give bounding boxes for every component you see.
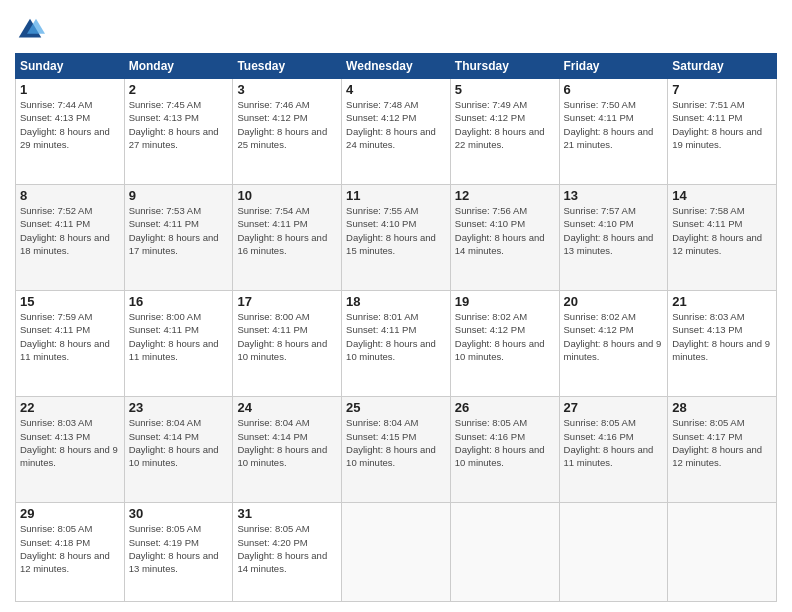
- day-number: 13: [564, 188, 664, 203]
- day-detail: Sunrise: 7:54 AMSunset: 4:11 PMDaylight:…: [237, 205, 327, 256]
- day-header-sunday: Sunday: [16, 54, 125, 79]
- day-header-tuesday: Tuesday: [233, 54, 342, 79]
- calendar-cell: 18 Sunrise: 8:01 AMSunset: 4:11 PMDaylig…: [342, 291, 451, 397]
- day-detail: Sunrise: 8:02 AMSunset: 4:12 PMDaylight:…: [455, 311, 545, 362]
- day-number: 2: [129, 82, 229, 97]
- calendar-week-2: 8 Sunrise: 7:52 AMSunset: 4:11 PMDayligh…: [16, 185, 777, 291]
- calendar-cell: 28 Sunrise: 8:05 AMSunset: 4:17 PMDaylig…: [668, 397, 777, 503]
- day-number: 7: [672, 82, 772, 97]
- day-detail: Sunrise: 7:52 AMSunset: 4:11 PMDaylight:…: [20, 205, 110, 256]
- day-detail: Sunrise: 8:00 AMSunset: 4:11 PMDaylight:…: [129, 311, 219, 362]
- day-detail: Sunrise: 7:57 AMSunset: 4:10 PMDaylight:…: [564, 205, 654, 256]
- calendar-cell: 4 Sunrise: 7:48 AMSunset: 4:12 PMDayligh…: [342, 79, 451, 185]
- day-header-thursday: Thursday: [450, 54, 559, 79]
- day-detail: Sunrise: 7:51 AMSunset: 4:11 PMDaylight:…: [672, 99, 762, 150]
- day-detail: Sunrise: 8:05 AMSunset: 4:16 PMDaylight:…: [455, 417, 545, 468]
- calendar-cell: 22 Sunrise: 8:03 AMSunset: 4:13 PMDaylig…: [16, 397, 125, 503]
- calendar-cell: 2 Sunrise: 7:45 AMSunset: 4:13 PMDayligh…: [124, 79, 233, 185]
- calendar-cell: 8 Sunrise: 7:52 AMSunset: 4:11 PMDayligh…: [16, 185, 125, 291]
- day-number: 10: [237, 188, 337, 203]
- calendar-cell: 27 Sunrise: 8:05 AMSunset: 4:16 PMDaylig…: [559, 397, 668, 503]
- day-detail: Sunrise: 8:04 AMSunset: 4:14 PMDaylight:…: [129, 417, 219, 468]
- page: SundayMondayTuesdayWednesdayThursdayFrid…: [0, 0, 792, 612]
- calendar-header-row: SundayMondayTuesdayWednesdayThursdayFrid…: [16, 54, 777, 79]
- day-number: 20: [564, 294, 664, 309]
- day-number: 16: [129, 294, 229, 309]
- calendar-cell: 25 Sunrise: 8:04 AMSunset: 4:15 PMDaylig…: [342, 397, 451, 503]
- day-detail: Sunrise: 7:59 AMSunset: 4:11 PMDaylight:…: [20, 311, 110, 362]
- day-detail: Sunrise: 8:05 AMSunset: 4:18 PMDaylight:…: [20, 523, 110, 574]
- calendar-cell: 12 Sunrise: 7:56 AMSunset: 4:10 PMDaylig…: [450, 185, 559, 291]
- day-detail: Sunrise: 8:04 AMSunset: 4:14 PMDaylight:…: [237, 417, 327, 468]
- day-number: 26: [455, 400, 555, 415]
- day-number: 25: [346, 400, 446, 415]
- calendar-cell: 26 Sunrise: 8:05 AMSunset: 4:16 PMDaylig…: [450, 397, 559, 503]
- calendar-cell: 15 Sunrise: 7:59 AMSunset: 4:11 PMDaylig…: [16, 291, 125, 397]
- day-number: 30: [129, 506, 229, 521]
- day-number: 12: [455, 188, 555, 203]
- day-detail: Sunrise: 7:46 AMSunset: 4:12 PMDaylight:…: [237, 99, 327, 150]
- day-detail: Sunrise: 8:03 AMSunset: 4:13 PMDaylight:…: [20, 417, 118, 468]
- calendar-cell: 16 Sunrise: 8:00 AMSunset: 4:11 PMDaylig…: [124, 291, 233, 397]
- day-detail: Sunrise: 7:45 AMSunset: 4:13 PMDaylight:…: [129, 99, 219, 150]
- day-number: 17: [237, 294, 337, 309]
- calendar-cell: 29 Sunrise: 8:05 AMSunset: 4:18 PMDaylig…: [16, 503, 125, 602]
- day-detail: Sunrise: 7:50 AMSunset: 4:11 PMDaylight:…: [564, 99, 654, 150]
- day-detail: Sunrise: 7:56 AMSunset: 4:10 PMDaylight:…: [455, 205, 545, 256]
- calendar-cell: [342, 503, 451, 602]
- day-number: 14: [672, 188, 772, 203]
- day-number: 27: [564, 400, 664, 415]
- calendar-week-3: 15 Sunrise: 7:59 AMSunset: 4:11 PMDaylig…: [16, 291, 777, 397]
- day-number: 4: [346, 82, 446, 97]
- logo-icon: [15, 15, 45, 45]
- day-detail: Sunrise: 8:05 AMSunset: 4:17 PMDaylight:…: [672, 417, 762, 468]
- day-detail: Sunrise: 8:04 AMSunset: 4:15 PMDaylight:…: [346, 417, 436, 468]
- calendar-cell: [450, 503, 559, 602]
- day-number: 6: [564, 82, 664, 97]
- calendar-cell: 17 Sunrise: 8:00 AMSunset: 4:11 PMDaylig…: [233, 291, 342, 397]
- day-number: 22: [20, 400, 120, 415]
- day-detail: Sunrise: 7:48 AMSunset: 4:12 PMDaylight:…: [346, 99, 436, 150]
- day-number: 1: [20, 82, 120, 97]
- day-header-wednesday: Wednesday: [342, 54, 451, 79]
- day-detail: Sunrise: 8:02 AMSunset: 4:12 PMDaylight:…: [564, 311, 662, 362]
- day-detail: Sunrise: 8:01 AMSunset: 4:11 PMDaylight:…: [346, 311, 436, 362]
- day-detail: Sunrise: 8:03 AMSunset: 4:13 PMDaylight:…: [672, 311, 770, 362]
- day-number: 15: [20, 294, 120, 309]
- day-number: 28: [672, 400, 772, 415]
- day-header-monday: Monday: [124, 54, 233, 79]
- day-number: 8: [20, 188, 120, 203]
- calendar-week-1: 1 Sunrise: 7:44 AMSunset: 4:13 PMDayligh…: [16, 79, 777, 185]
- calendar-cell: 9 Sunrise: 7:53 AMSunset: 4:11 PMDayligh…: [124, 185, 233, 291]
- day-detail: Sunrise: 8:05 AMSunset: 4:19 PMDaylight:…: [129, 523, 219, 574]
- calendar-cell: 14 Sunrise: 7:58 AMSunset: 4:11 PMDaylig…: [668, 185, 777, 291]
- calendar-cell: 13 Sunrise: 7:57 AMSunset: 4:10 PMDaylig…: [559, 185, 668, 291]
- calendar-cell: 20 Sunrise: 8:02 AMSunset: 4:12 PMDaylig…: [559, 291, 668, 397]
- calendar-cell: 7 Sunrise: 7:51 AMSunset: 4:11 PMDayligh…: [668, 79, 777, 185]
- day-number: 19: [455, 294, 555, 309]
- day-detail: Sunrise: 8:00 AMSunset: 4:11 PMDaylight:…: [237, 311, 327, 362]
- day-detail: Sunrise: 7:53 AMSunset: 4:11 PMDaylight:…: [129, 205, 219, 256]
- day-number: 3: [237, 82, 337, 97]
- calendar-cell: 23 Sunrise: 8:04 AMSunset: 4:14 PMDaylig…: [124, 397, 233, 503]
- day-header-saturday: Saturday: [668, 54, 777, 79]
- day-number: 31: [237, 506, 337, 521]
- calendar-week-4: 22 Sunrise: 8:03 AMSunset: 4:13 PMDaylig…: [16, 397, 777, 503]
- day-number: 11: [346, 188, 446, 203]
- calendar-cell: 24 Sunrise: 8:04 AMSunset: 4:14 PMDaylig…: [233, 397, 342, 503]
- calendar-week-5: 29 Sunrise: 8:05 AMSunset: 4:18 PMDaylig…: [16, 503, 777, 602]
- calendar-cell: [668, 503, 777, 602]
- calendar-cell: 11 Sunrise: 7:55 AMSunset: 4:10 PMDaylig…: [342, 185, 451, 291]
- day-number: 5: [455, 82, 555, 97]
- calendar-cell: 6 Sunrise: 7:50 AMSunset: 4:11 PMDayligh…: [559, 79, 668, 185]
- logo: [15, 15, 48, 45]
- calendar-cell: 1 Sunrise: 7:44 AMSunset: 4:13 PMDayligh…: [16, 79, 125, 185]
- header: [15, 15, 777, 45]
- day-number: 18: [346, 294, 446, 309]
- calendar-cell: 19 Sunrise: 8:02 AMSunset: 4:12 PMDaylig…: [450, 291, 559, 397]
- day-number: 21: [672, 294, 772, 309]
- calendar-cell: 10 Sunrise: 7:54 AMSunset: 4:11 PMDaylig…: [233, 185, 342, 291]
- day-detail: Sunrise: 7:58 AMSunset: 4:11 PMDaylight:…: [672, 205, 762, 256]
- day-number: 23: [129, 400, 229, 415]
- day-detail: Sunrise: 7:49 AMSunset: 4:12 PMDaylight:…: [455, 99, 545, 150]
